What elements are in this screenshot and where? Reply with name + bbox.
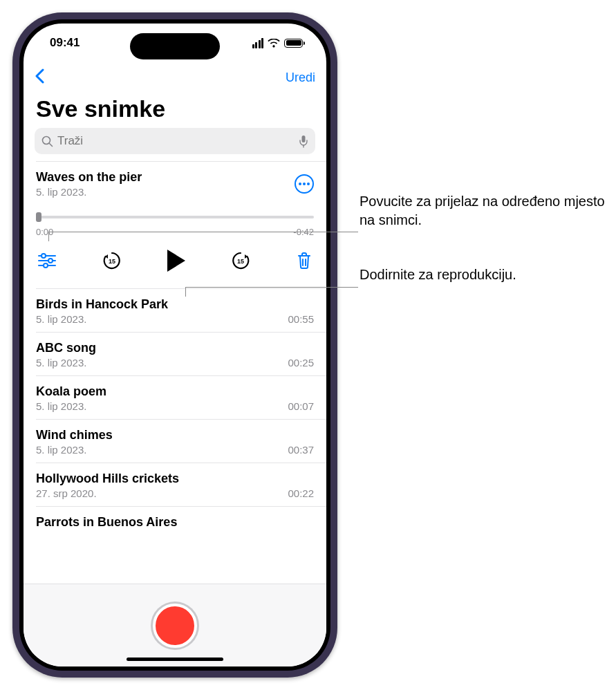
svg-point-5 xyxy=(303,183,306,185)
svg-text:15: 15 xyxy=(109,258,115,265)
record-button[interactable] xyxy=(153,604,197,648)
recording-title: Parrots in Buenos Aires xyxy=(36,515,314,530)
skip-forward-15-button[interactable]: 15 xyxy=(230,250,251,271)
wifi-icon xyxy=(268,39,280,48)
recording-date: 27. srp 2020. xyxy=(36,487,97,499)
skip-back-15-button[interactable]: 15 xyxy=(102,250,122,271)
record-bar xyxy=(24,584,326,666)
recording-date: 5. lip 2023. xyxy=(36,313,86,325)
recording-item[interactable]: Hollywood Hills crickets 27. srp 2020. 0… xyxy=(24,463,326,506)
more-button[interactable] xyxy=(295,174,314,194)
svg-point-8 xyxy=(41,254,46,258)
recording-date: 5. lip 2023. xyxy=(36,357,86,369)
recording-item[interactable]: Koala poem 5. lip 2023. 00:07 xyxy=(24,376,326,419)
recording-title: Wind chimes xyxy=(36,428,314,442)
back-button[interactable] xyxy=(35,68,44,87)
callout-scrub: Povucite za prijelaz na određeno mjesto … xyxy=(360,192,608,230)
playback-scrubber[interactable] xyxy=(36,210,314,224)
playback-controls: 15 15 xyxy=(36,237,314,281)
recording-date: 5. lip 2023. xyxy=(36,186,142,198)
recording-item[interactable]: Parrots in Buenos Aires xyxy=(24,507,326,530)
search-field[interactable] xyxy=(35,128,315,154)
svg-line-1 xyxy=(50,143,53,146)
svg-point-0 xyxy=(43,136,50,144)
screen: 09:41 Uredi Sve snimke xyxy=(24,24,326,666)
callout-play: Dodirnite za reprodukciju. xyxy=(360,265,516,284)
home-indicator xyxy=(127,658,223,661)
svg-point-4 xyxy=(299,183,301,185)
svg-text:15: 15 xyxy=(237,258,244,265)
callout-leader xyxy=(48,232,358,232)
play-icon xyxy=(167,250,185,272)
cell-signal-icon xyxy=(252,38,264,48)
recording-duration: 00:37 xyxy=(288,444,314,456)
skip-forward-icon: 15 xyxy=(230,250,251,271)
phone-frame: 09:41 Uredi Sve snimke xyxy=(12,12,337,678)
scrubber-track xyxy=(36,216,314,218)
recording-date: 5. lip 2023. xyxy=(36,400,86,412)
battery-icon xyxy=(284,39,303,48)
recording-item[interactable]: ABC song 5. lip 2023. 00:25 xyxy=(24,333,326,375)
recording-item[interactable]: Wind chimes 5. lip 2023. 00:37 xyxy=(24,420,326,463)
status-indicators xyxy=(252,38,304,48)
skip-back-icon: 15 xyxy=(102,250,122,271)
dictate-icon[interactable] xyxy=(299,135,308,148)
svg-rect-2 xyxy=(302,136,306,142)
recordings-list: Waves on the pier 5. lip 2023. 0:00 - xyxy=(24,161,326,584)
recording-item[interactable]: Birds in Hancock Park 5. lip 2023. 00:55 xyxy=(24,289,326,332)
recording-duration: 00:22 xyxy=(288,487,314,499)
recording-title: Waves on the pier xyxy=(36,170,142,185)
recording-title: ABC song xyxy=(36,341,314,355)
svg-point-12 xyxy=(44,263,48,268)
svg-point-6 xyxy=(307,183,310,185)
delete-button[interactable] xyxy=(296,252,312,270)
recording-date: 5. lip 2023. xyxy=(36,444,86,456)
recording-duration: 00:55 xyxy=(288,313,314,325)
recording-title: Birds in Hancock Park xyxy=(36,297,314,312)
recording-duration: 00:07 xyxy=(288,400,314,412)
svg-point-10 xyxy=(48,259,53,263)
trash-icon xyxy=(296,252,312,270)
nav-bar: Uredi xyxy=(24,62,326,93)
phone-bezel: 09:41 Uredi Sve snimke xyxy=(19,19,330,671)
dynamic-island xyxy=(130,33,220,59)
search-icon xyxy=(41,136,53,147)
ellipsis-icon xyxy=(299,183,310,185)
recording-title: Hollywood Hills crickets xyxy=(36,472,314,486)
play-button[interactable] xyxy=(167,250,185,272)
recording-title: Koala poem xyxy=(36,384,314,399)
callout-leader xyxy=(185,287,358,288)
recording-duration: 00:25 xyxy=(288,357,314,369)
options-button[interactable] xyxy=(37,253,57,268)
edit-button[interactable]: Uredi xyxy=(286,71,315,85)
search-input[interactable] xyxy=(57,134,295,148)
scrubber-thumb[interactable] xyxy=(36,212,41,222)
status-time: 09:41 xyxy=(50,36,80,50)
sliders-icon xyxy=(37,253,57,268)
recording-selected[interactable]: Waves on the pier 5. lip 2023. 0:00 - xyxy=(24,162,326,288)
page-title: Sve snimke xyxy=(24,93,326,128)
